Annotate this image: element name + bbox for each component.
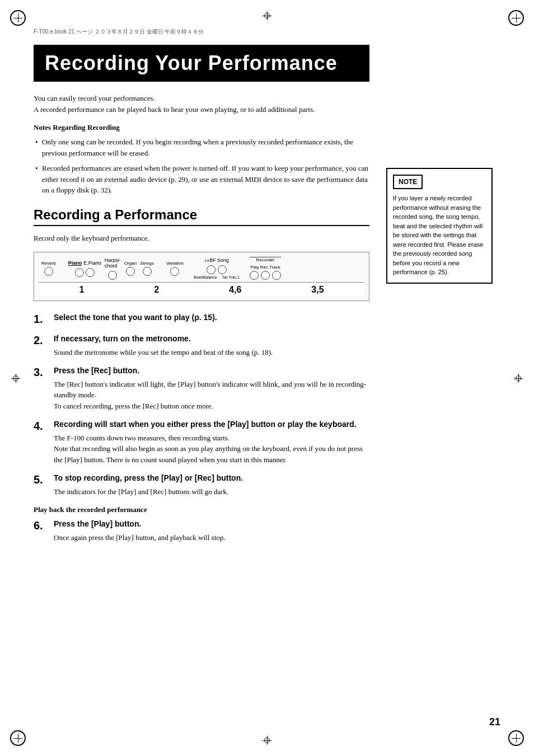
step-4-heading: Recording will start when you either pre… [54, 419, 369, 430]
corner-reg-mark-br [508, 730, 524, 746]
step-6: 6. Press the [Play] button. Once again p… [34, 519, 369, 543]
beat-balance-label: Beat/Balance [194, 275, 217, 279]
notes-list: Only one song can be recorded. If you be… [34, 137, 369, 196]
diagram-num-4: 3,5 [311, 285, 324, 295]
notes-item-2: Recorded performances are erased when th… [34, 163, 369, 196]
corner-reg-mark-tl [10, 10, 26, 26]
track-label: Track [269, 265, 280, 270]
intro-line1: You can easily record your performances. [34, 93, 369, 104]
variation-label: Variation [166, 261, 184, 266]
page-title-block: Recording Your Performance [34, 45, 369, 82]
step-5-number: 5. [34, 473, 47, 486]
step-3: 3. Press the [Rec] button. The [Rec] but… [34, 365, 369, 411]
piano-label: Piano [68, 260, 82, 266]
harpsi-button [108, 271, 117, 280]
step-3-heading: Press the [Rec] button. [54, 365, 369, 377]
step-2: 2. If necessary, turn on the metronome. … [34, 334, 369, 358]
section-heading: Recording a Performance [34, 207, 369, 226]
step-2-text: Sound the metronome while you set the te… [54, 347, 369, 358]
step-5-heading: To stop recording, press the [Play] or [… [54, 473, 369, 484]
epiano-label: E.Piano [83, 260, 101, 266]
keyboard-diagram: Reverb Piano E.Piano [34, 252, 369, 301]
edge-cross-left [11, 374, 20, 383]
epiano-button [86, 268, 95, 277]
step-1-heading: Select the tone that you want to play (p… [54, 312, 369, 323]
step-6-heading: Press the [Play] button. [54, 519, 369, 530]
step-3-number: 3. [34, 365, 47, 379]
corner-reg-mark-tr [508, 10, 524, 26]
reverb-button [44, 267, 53, 276]
step-3-text: The [Rec] button's indicator will light,… [54, 379, 369, 412]
play-button [250, 271, 259, 280]
step-6-number: 6. [34, 519, 47, 532]
main-content: Recording Your Performance You can easil… [34, 45, 381, 551]
organ-button [126, 267, 135, 276]
corner-reg-mark-bl [10, 730, 26, 746]
step-2-number: 2. [34, 334, 47, 347]
step-4: 4. Recording will start when you either … [34, 419, 369, 465]
notes-section: Notes Regarding Recording Only one song … [34, 123, 369, 196]
variation-button [170, 267, 179, 276]
strings-button [143, 267, 152, 276]
strings-label: Strings [140, 261, 154, 266]
file-info: F-T00.e.book 21 ページ ２０３年８月２９日 金曜日 午前９時４８… [34, 28, 204, 36]
step-2-heading: If necessary, turn on the metronome. [54, 334, 369, 345]
reverb-label: Reverb [41, 261, 56, 266]
rec-label: Rec [260, 265, 268, 270]
note-box-label: NOTE [393, 175, 423, 189]
diagram-num-2: 2 [154, 285, 159, 295]
step-1-number: 1. [34, 312, 47, 326]
step-6-text: Once again press the [Play] button, and … [54, 532, 369, 543]
song-label: Song [217, 257, 229, 263]
playback-heading: Play back the recorded performance [34, 505, 369, 514]
recorder-label: Recorder [250, 257, 281, 264]
notes-item-1: Only one song can be recorded. If you be… [34, 137, 369, 158]
song-button [218, 265, 227, 274]
notes-heading: Notes Regarding Recording [34, 123, 369, 132]
intro-line2: A recorded performance can be played bac… [34, 104, 369, 115]
step-4-text: The F-100 counts down two measures, then… [54, 433, 369, 466]
note-box: NOTE If you layer a newly recorded perfo… [386, 168, 493, 284]
no-track-label: No Trac.1 [223, 275, 240, 279]
harpsi-label: Harpsi-chord [105, 257, 121, 269]
piano-button [75, 268, 84, 277]
organ-label: Organ [124, 261, 137, 266]
diagram-num-3: 4,6 [229, 285, 241, 295]
step-1: 1. Select the tone that you want to play… [34, 312, 369, 326]
section-sub: Record only the keyboard performance. [34, 233, 369, 244]
note-box-text: If you layer a newly recorded performanc… [393, 194, 486, 277]
page-number: 21 [489, 716, 500, 728]
metronome-button [207, 265, 216, 274]
edge-cross-right [514, 374, 523, 383]
diagram-num-1: 1 [79, 285, 84, 295]
play-label: Play [250, 265, 259, 270]
step-5-text: The indicators for the [Play] and [Rec] … [54, 486, 369, 497]
page-title: Recording Your Performance [45, 51, 358, 75]
edge-cross-top [263, 11, 271, 20]
step-4-number: 4. [34, 419, 47, 433]
sidebar: NOTE If you layer a newly recorded perfo… [381, 45, 493, 551]
track-button [272, 271, 281, 280]
intro-section: You can easily record your performances.… [34, 93, 369, 115]
metronome-label: ♩=BF [204, 257, 216, 263]
step-5: 5. To stop recording, press the [Play] o… [34, 473, 369, 497]
edge-cross-bottom [263, 736, 271, 745]
diagram-numbers: 1 2 4,6 3,5 [39, 282, 364, 296]
rec-button [261, 271, 270, 280]
